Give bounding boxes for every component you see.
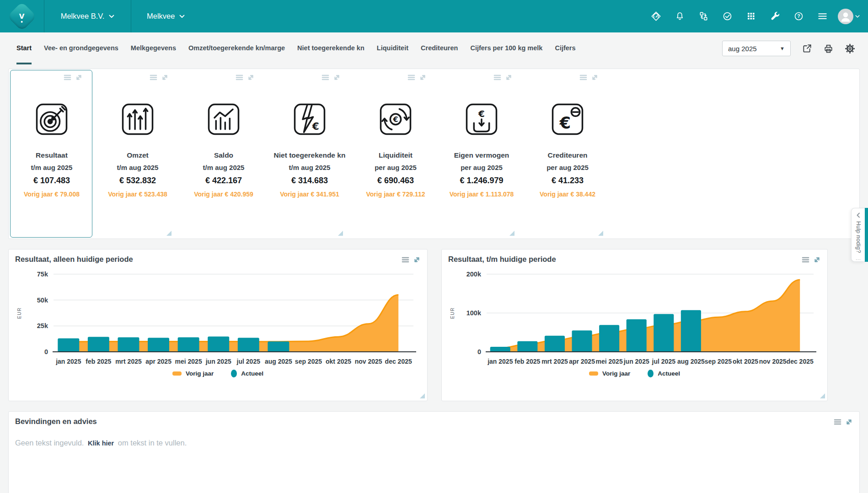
lightning-euro-icon: € bbox=[291, 101, 328, 138]
tab-vee-en-grondgegevens[interactable]: Vee- en grondgegevens bbox=[44, 32, 118, 64]
kpi-period: t/m aug 2025 bbox=[117, 164, 159, 171]
widget-expand-icon[interactable] bbox=[161, 74, 169, 81]
tab-melkgegevens[interactable]: Melkgegevens bbox=[131, 32, 176, 64]
mapping-icon[interactable] bbox=[695, 8, 712, 25]
period-select[interactable]: aug 2025 ▼ bbox=[722, 41, 791, 56]
widget-resize-handle[interactable] bbox=[509, 231, 514, 236]
user-avatar[interactable] bbox=[838, 9, 860, 24]
kpi-title: Crediteuren bbox=[548, 151, 588, 159]
widget-menu-icon[interactable] bbox=[493, 74, 501, 81]
svg-text:dec 2025: dec 2025 bbox=[787, 358, 814, 365]
svg-text:€: € bbox=[478, 108, 485, 119]
logo-letter: v bbox=[19, 10, 25, 20]
svg-text:apr 2025: apr 2025 bbox=[569, 358, 595, 365]
charts-row: Resultaat, alleen huidige periode 025k50… bbox=[8, 249, 860, 401]
widget-menu-icon[interactable] bbox=[321, 74, 329, 81]
svg-text:jul 2025: jul 2025 bbox=[236, 358, 261, 365]
dashboard-content: Resultaat t/m aug 2025 € 107.483 Vorig j… bbox=[0, 64, 868, 493]
svg-text:okt 2025: okt 2025 bbox=[733, 358, 758, 365]
legend-label: Vorig jaar bbox=[186, 370, 214, 377]
kpi-widget-crediteuren[interactable]: € Crediteuren per aug 2025 € 41.233 Vori… bbox=[525, 69, 611, 239]
chevron-down-icon bbox=[179, 15, 185, 18]
tasks-check-icon[interactable] bbox=[719, 8, 736, 25]
svg-text:50k: 50k bbox=[37, 297, 48, 304]
tab-liquiditeit[interactable]: Liquiditeit bbox=[377, 32, 408, 64]
legend-item-actueel[interactable]: Actueel bbox=[231, 370, 263, 377]
widget-menu-icon[interactable] bbox=[802, 256, 809, 264]
kpi-widget-omzet[interactable]: Omzet t/m aug 2025 € 532.832 Vorig jaar … bbox=[95, 69, 181, 239]
app-logo[interactable]: v bbox=[0, 0, 44, 32]
tab-crediteuren[interactable]: Crediteuren bbox=[421, 32, 458, 64]
chart-legend: Vorig jaar Actueel bbox=[448, 370, 821, 377]
company-selector[interactable]: Melkvee B.V. bbox=[44, 0, 131, 32]
widget-expand-icon[interactable] bbox=[75, 74, 83, 81]
chart-canvas: 0100k200kjan 2025feb 2025mrt 2025apr 202… bbox=[448, 267, 822, 369]
tab-niet-toegerekende-kn[interactable]: Niet toegerekende kn bbox=[297, 32, 364, 64]
menu-icon[interactable] bbox=[814, 8, 831, 25]
kpi-widget-resultaat[interactable]: Resultaat t/m aug 2025 € 107.483 Vorig j… bbox=[9, 69, 95, 239]
widget-expand-icon[interactable] bbox=[591, 74, 599, 81]
widget-menu-icon[interactable] bbox=[150, 74, 157, 81]
chart-legend: Vorig jaar Actueel bbox=[15, 370, 421, 377]
kpi-widget-niet-toegerekende-kn[interactable]: € Niet toegerekende kn t/m aug 2025 € 31… bbox=[267, 69, 353, 239]
kpi-title: Eigen vermogen bbox=[454, 151, 509, 159]
settings-gear-icon[interactable] bbox=[845, 43, 855, 54]
findings-title: Bevindingen en advies bbox=[15, 417, 853, 426]
widget-menu-icon[interactable] bbox=[579, 74, 587, 81]
export-icon[interactable] bbox=[802, 43, 812, 54]
fill-text-link[interactable]: Klik hier bbox=[88, 440, 114, 447]
widget-expand-icon[interactable] bbox=[813, 256, 821, 264]
notifications-bell-icon[interactable] bbox=[671, 8, 688, 25]
kpi-widget-saldo[interactable]: Saldo t/m aug 2025 € 422.167 Vorig jaar … bbox=[181, 69, 267, 239]
tab-cijfers-per-100-kg-melk[interactable]: Cijfers per 100 kg melk bbox=[470, 32, 542, 64]
svg-text:sep 2025: sep 2025 bbox=[295, 358, 322, 365]
tab-start[interactable]: Start bbox=[16, 32, 32, 64]
company-selector-label: Melkvee B.V. bbox=[61, 12, 105, 21]
findings-panel: Bevindingen en advies Geen tekst ingevul… bbox=[8, 411, 860, 493]
widget-expand-icon[interactable] bbox=[413, 256, 421, 264]
widget-menu-icon[interactable] bbox=[236, 74, 243, 81]
svg-text:mei 2025: mei 2025 bbox=[596, 358, 623, 365]
legend-item-vorig-jaar[interactable]: Vorig jaar bbox=[172, 370, 214, 377]
tools-wrench-icon[interactable] bbox=[766, 8, 783, 25]
widget-menu-icon[interactable] bbox=[834, 418, 841, 426]
widget-resize-handle[interactable] bbox=[420, 393, 425, 398]
kpi-previous-year: Vorig jaar € 729.112 bbox=[366, 191, 425, 198]
svg-text:75k: 75k bbox=[37, 270, 48, 278]
apps-grid-icon[interactable] bbox=[743, 8, 760, 25]
legend-item-actueel[interactable]: Actueel bbox=[648, 370, 680, 377]
tab-cijfers[interactable]: Cijfers bbox=[555, 32, 575, 64]
cycle-euro-icon: € bbox=[377, 101, 414, 138]
widget-resize-handle[interactable] bbox=[166, 231, 171, 236]
chart-canvas: 025k50k75kjan 2025feb 2025mrt 2025apr 20… bbox=[15, 267, 422, 369]
widget-expand-icon[interactable] bbox=[505, 74, 513, 81]
logo-diamond-icon: v bbox=[7, 1, 37, 31]
kpi-title: Liquiditeit bbox=[379, 151, 413, 159]
widget-expand-icon[interactable] bbox=[247, 74, 255, 81]
tab-omzet-toegerekende-kn-marge[interactable]: Omzet/toegerekende kn/marge bbox=[188, 32, 285, 64]
dashboard-gauge-icon[interactable] bbox=[648, 8, 664, 25]
help-tab[interactable]: Hulp nodig? … bbox=[851, 208, 865, 262]
kpi-value: € 1.246.979 bbox=[460, 176, 503, 186]
widget-resize-handle[interactable] bbox=[598, 231, 603, 236]
legend-label: Vorig jaar bbox=[602, 370, 630, 377]
deposit-euro-icon: € bbox=[463, 101, 500, 138]
widget-resize-handle[interactable] bbox=[338, 231, 343, 236]
help-circle-icon[interactable]: ? bbox=[790, 8, 807, 25]
svg-text:aug 2025: aug 2025 bbox=[677, 358, 705, 365]
widget-expand-icon[interactable] bbox=[419, 74, 427, 81]
svg-text:EUR: EUR bbox=[17, 307, 22, 319]
widget-menu-icon[interactable] bbox=[64, 74, 71, 81]
kpi-widget-eigen-vermogen[interactable]: € Eigen vermogen per aug 2025 € 1.246.97… bbox=[439, 69, 525, 239]
widget-menu-icon[interactable] bbox=[402, 256, 409, 264]
kpi-widget-liquiditeit[interactable]: € Liquiditeit per aug 2025 € 690.463 Vor… bbox=[353, 69, 439, 239]
legend-item-vorig-jaar[interactable]: Vorig jaar bbox=[589, 370, 630, 377]
widget-resize-handle[interactable] bbox=[820, 393, 825, 398]
chevron-down-icon bbox=[855, 15, 860, 18]
widget-expand-icon[interactable] bbox=[845, 418, 853, 426]
widget-menu-icon[interactable] bbox=[407, 74, 415, 81]
widget-expand-icon[interactable] bbox=[333, 74, 341, 81]
print-icon[interactable] bbox=[823, 43, 834, 54]
administration-selector[interactable]: Melkvee bbox=[131, 0, 200, 32]
kpi-title: Niet toegerekende kn bbox=[274, 151, 346, 159]
